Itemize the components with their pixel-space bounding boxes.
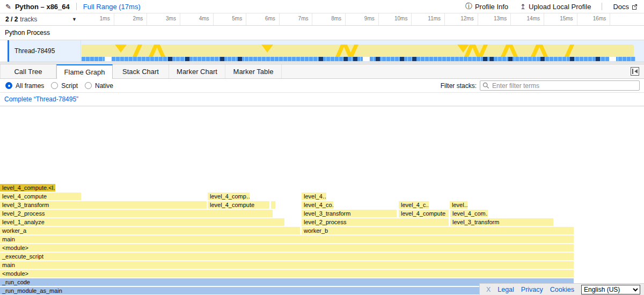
radio-button-icon[interactable] — [51, 82, 58, 89]
thread-activity-graph[interactable] — [81, 40, 644, 62]
cpu-marker — [185, 57, 189, 61]
timeline-header: 2 / 2 tracks ▼ 1ms2ms3ms4ms5ms6ms7ms8ms9… — [0, 13, 644, 26]
tab-marker-chart[interactable]: Marker Chart — [169, 64, 225, 78]
flame-frame[interactable]: level_4_compute — [208, 201, 269, 209]
flame-frame[interactable]: level_4… — [302, 193, 326, 200]
flame-frame[interactable]: level_3_transform — [0, 201, 207, 209]
flame-frame[interactable]: level_4_comp… — [208, 193, 250, 200]
ruler-tick: 4ms — [180, 13, 214, 25]
tab-flame-graph[interactable]: Flame Graph — [56, 64, 113, 79]
ruler-tick: 5ms — [214, 13, 247, 25]
cpu-marker — [238, 57, 242, 61]
cpu-usage-strip — [82, 57, 635, 61]
radio-label: Native — [95, 82, 113, 90]
ruler-tick: 8ms — [312, 13, 346, 25]
radio-button-icon[interactable] — [85, 82, 92, 89]
ruler-tick: 15ms — [544, 13, 577, 25]
tab-call-tree[interactable]: Call Tree — [0, 64, 56, 78]
upload-profile-button[interactable]: ↥ Upload Local Profile — [520, 3, 591, 11]
profile-info-button[interactable]: ⓘ Profile Info — [465, 2, 508, 11]
chevron-down-icon[interactable]: ▼ — [72, 17, 77, 22]
breadcrumb: Complete “Thread-78495” — [0, 93, 644, 106]
flame-frame[interactable]: level_3_transform — [450, 218, 553, 226]
external-link-icon — [632, 4, 638, 10]
cpu-marker — [400, 57, 404, 61]
profile-info-label: Profile Info — [475, 3, 508, 11]
ruler-tick: 11ms — [412, 13, 445, 25]
tab-stack-chart[interactable]: Stack Chart — [113, 64, 169, 78]
process-track-header[interactable]: Python Process — [0, 26, 644, 40]
radio-button-icon[interactable] — [5, 82, 12, 89]
thread-track[interactable]: Thread-78495 — [0, 40, 644, 62]
sidebar-icon — [632, 69, 633, 74]
flame-frame[interactable]: worker_b — [302, 227, 574, 234]
full-range-link[interactable]: Full Range (17ms) — [83, 3, 141, 11]
flame-frame[interactable]: <module> — [0, 244, 574, 252]
profile-title: Python – x86_64 — [15, 3, 70, 11]
radio-script[interactable]: Script — [51, 82, 78, 90]
flame-frame[interactable]: level_4_co… — [302, 201, 333, 209]
flame-frame[interactable]: level_2_process — [0, 210, 273, 217]
flame-frame[interactable]: <module> — [0, 270, 574, 277]
ruler-tick: 2ms — [114, 13, 148, 25]
cpu-gap — [609, 57, 616, 61]
info-icon: ⓘ — [465, 2, 472, 11]
flame-frame[interactable]: level_4_compute.<l… — [0, 184, 55, 191]
flame-frame[interactable]: worker_a — [0, 227, 300, 234]
cpu-gap — [363, 57, 370, 61]
breadcrumb-range-item[interactable]: Complete “Thread-78495” — [4, 95, 78, 103]
flame-graph-toolbar: All framesScriptNative Filter stacks: — [0, 79, 644, 93]
cpu-marker — [508, 57, 513, 61]
cpu-marker — [353, 57, 357, 61]
flame-frame[interactable]: main — [0, 235, 574, 243]
radio-label: All frames — [16, 82, 44, 90]
radio-native[interactable]: Native — [85, 82, 113, 90]
flame-frame[interactable]: level_4_com… — [450, 210, 488, 217]
flame-frame[interactable]: level… — [450, 201, 467, 209]
ruler-tick: 13ms — [478, 13, 511, 25]
activity-spike — [115, 45, 127, 53]
activity-spike — [349, 45, 358, 57]
flame-frame[interactable] — [271, 201, 275, 209]
activity-spike — [508, 45, 518, 57]
ruler-tick: 7ms — [280, 13, 313, 25]
filter-stacks-label: Filter stacks: — [441, 82, 477, 90]
ruler-tick: 9ms — [346, 13, 379, 25]
footer-link-legal[interactable]: Legal — [497, 286, 514, 293]
tracks-visibility-control[interactable]: 2 / 2 tracks ▼ — [0, 13, 81, 25]
ruler-tick: 10ms — [379, 13, 412, 25]
activity-spike — [133, 45, 142, 57]
thread-track-label[interactable]: Thread-78495 — [9, 40, 81, 62]
radio-all-frames[interactable]: All frames — [5, 82, 44, 90]
cpu-marker — [168, 57, 172, 61]
open-sidebar-button[interactable] — [631, 67, 639, 76]
footer-link-privacy[interactable]: Privacy — [521, 286, 543, 293]
upload-icon: ↥ — [520, 3, 526, 11]
language-select[interactable]: English (US) — [581, 285, 640, 294]
activity-spike — [156, 45, 165, 57]
ruler-tick: 12ms — [445, 13, 478, 25]
flame-frame[interactable]: level_4_compute — [0, 193, 81, 200]
profiler-app: ✎ Python – x86_64 Full Range (17ms) ⓘ Pr… — [0, 0, 644, 295]
edit-pencil-icon[interactable]: ✎ — [5, 3, 11, 11]
flame-frame[interactable]: level_4_compute — [399, 210, 449, 217]
filter-stacks-input[interactable] — [480, 80, 640, 91]
cpu-marker — [220, 57, 224, 61]
flame-frame[interactable]: level_2_process — [302, 218, 449, 226]
flame-frame[interactable]: _execute_script — [0, 253, 574, 260]
process-track-label: Python Process — [5, 29, 50, 36]
activity-spike — [565, 45, 574, 57]
search-icon — [482, 82, 489, 89]
flame-frame[interactable]: level_4_c… — [399, 201, 429, 209]
docs-link[interactable]: Docs — [613, 3, 638, 11]
cpu-marker — [343, 57, 348, 61]
flame-frame[interactable]: level_1_analyze — [0, 218, 284, 226]
footer-close-button[interactable]: X — [486, 286, 491, 293]
flame-frame[interactable]: main — [0, 261, 574, 269]
tab-marker-table[interactable]: Marker Table — [225, 64, 282, 78]
cpu-marker — [483, 57, 487, 61]
activity-spike — [538, 45, 548, 57]
footer-link-cookies[interactable]: Cookies — [550, 286, 574, 293]
cpu-marker — [596, 57, 600, 61]
flame-frame[interactable]: level_3_transform — [302, 210, 397, 217]
